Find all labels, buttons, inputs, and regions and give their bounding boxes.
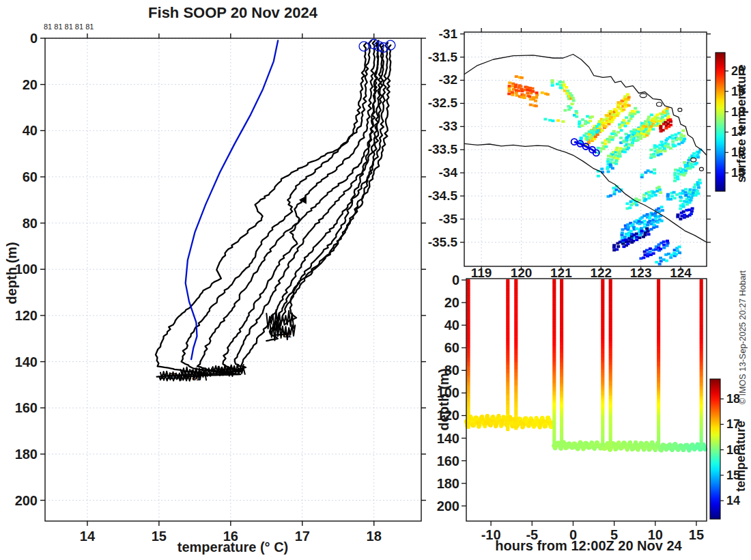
svg-text:-33: -33 xyxy=(439,119,457,133)
svg-text:14: 14 xyxy=(80,529,96,544)
ship-track xyxy=(571,139,599,156)
climatology-line xyxy=(186,40,278,359)
svg-text:81: 81 xyxy=(192,374,200,382)
svg-text:-32: -32 xyxy=(439,72,457,87)
svg-text:122: 122 xyxy=(590,266,612,280)
svg-text:60: 60 xyxy=(444,340,459,355)
svg-text:121: 121 xyxy=(550,266,572,280)
svg-text:160: 160 xyxy=(437,453,459,468)
svg-text:-31.5: -31.5 xyxy=(428,50,458,64)
figure-container: 1415161718020406080100120140160180200818… xyxy=(0,0,751,560)
svg-text:40: 40 xyxy=(23,123,38,138)
svg-text:0: 0 xyxy=(30,31,38,46)
svg-text:40: 40 xyxy=(444,318,459,333)
profile-count-labels: 81 81 81 81 81 xyxy=(44,23,94,31)
svg-text:140: 140 xyxy=(15,354,38,369)
imos-credit: © IMOS 13-Sep-2025 20:27 Hobart xyxy=(738,270,748,404)
svg-text:160: 160 xyxy=(15,400,38,415)
bottom-colorbar-label: temperature xyxy=(734,421,748,492)
svg-text:-34.5: -34.5 xyxy=(428,188,458,203)
svg-text:-34: -34 xyxy=(439,165,458,180)
svg-text:14: 14 xyxy=(726,494,740,507)
svg-text:20: 20 xyxy=(23,77,38,92)
left-y-axis-label: depth (m) xyxy=(4,242,20,304)
svg-text:80: 80 xyxy=(23,216,38,231)
svg-text:-33.5: -33.5 xyxy=(428,142,458,156)
bottom-x-axis-label: hours from 12:00Z 20 Nov 24 xyxy=(495,538,681,554)
svg-text:124: 124 xyxy=(670,266,692,280)
svg-text:81: 81 xyxy=(169,372,178,380)
svg-text:15: 15 xyxy=(152,529,167,544)
svg-text:140: 140 xyxy=(437,431,459,446)
svg-text:120: 120 xyxy=(15,308,38,323)
svg-text:120: 120 xyxy=(511,266,533,280)
svg-text:-31: -31 xyxy=(439,27,458,41)
svg-text:60: 60 xyxy=(23,169,38,184)
svg-text:15: 15 xyxy=(689,527,704,542)
svg-text:0: 0 xyxy=(452,272,459,288)
bottom-y-axis-label: depth (m) xyxy=(436,368,452,430)
svg-text:180: 180 xyxy=(15,447,38,462)
svg-text:-32.5: -32.5 xyxy=(428,96,458,110)
svg-text:180: 180 xyxy=(437,476,459,491)
svg-text:200: 200 xyxy=(437,499,459,514)
svg-text:81: 81 xyxy=(283,331,291,339)
svg-text:123: 123 xyxy=(630,266,652,280)
svg-text:-35.5: -35.5 xyxy=(428,235,458,249)
svg-text:200: 200 xyxy=(15,493,38,508)
svg-text:17: 17 xyxy=(295,529,310,544)
svg-text:119: 119 xyxy=(471,266,492,280)
map-colorbar-label: surface temperature xyxy=(735,64,749,182)
svg-text:18: 18 xyxy=(367,529,382,544)
svg-text:-35: -35 xyxy=(439,212,458,226)
figure-canvas: 1415161718020406080100120140160180200818… xyxy=(0,0,751,560)
figure-title: Fish SOOP 20 Nov 2024 xyxy=(148,4,317,22)
svg-text:20: 20 xyxy=(444,295,459,310)
sst-pixel-cells xyxy=(507,75,702,265)
left-x-axis-label: temperature (° C) xyxy=(178,540,288,555)
time-depth-panel xyxy=(466,279,707,521)
